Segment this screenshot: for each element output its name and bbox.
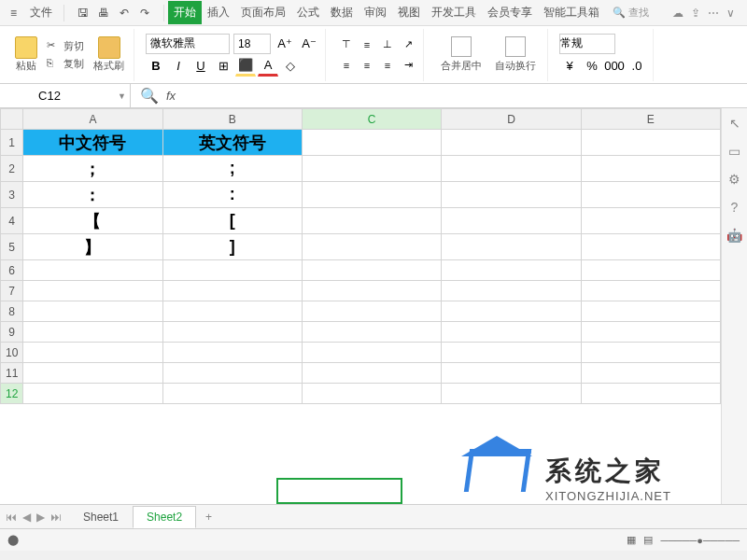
- indent-button[interactable]: ⇥: [399, 56, 417, 75]
- cell-D1[interactable]: [442, 130, 581, 156]
- print-icon[interactable]: 🖶: [96, 6, 111, 21]
- row-header-12[interactable]: 12: [1, 384, 23, 404]
- select-icon[interactable]: ▭: [728, 144, 740, 159]
- save-icon[interactable]: 🖫: [76, 6, 91, 21]
- font-name-select[interactable]: [146, 34, 230, 54]
- record-icon[interactable]: ⬤: [7, 534, 19, 546]
- hamburger-icon[interactable]: ≡: [5, 7, 22, 20]
- fx-icon[interactable]: fx: [166, 89, 176, 103]
- tab-formula[interactable]: 公式: [291, 1, 325, 24]
- grid[interactable]: A B C D E 1 中文符号 英文符号 2 ； ; 3 ： :: [0, 108, 721, 404]
- col-header-B[interactable]: B: [162, 109, 302, 130]
- bold-button[interactable]: B: [146, 56, 166, 77]
- row-header-7[interactable]: 7: [1, 281, 23, 301]
- align-middle-button[interactable]: ≡: [358, 35, 376, 54]
- wrap-text-button[interactable]: 自动换行: [489, 35, 542, 75]
- zoom-slider[interactable]: ─────●─────: [660, 535, 740, 546]
- cell-B2[interactable]: ;: [162, 156, 302, 182]
- cell-A2[interactable]: ；: [23, 156, 162, 182]
- file-menu[interactable]: 文件: [22, 5, 60, 21]
- cut-button[interactable]: ✂剪切: [43, 38, 88, 54]
- collapse-icon[interactable]: ∨: [726, 7, 735, 20]
- cell-B5[interactable]: ]: [162, 234, 302, 260]
- tab-layout[interactable]: 页面布局: [235, 1, 291, 24]
- clear-format-button[interactable]: ◇: [280, 56, 301, 77]
- tab-dev[interactable]: 开发工具: [426, 1, 482, 24]
- help-icon[interactable]: ?: [731, 200, 739, 215]
- more-icon[interactable]: ⋯: [708, 7, 719, 20]
- row-header-2[interactable]: 2: [1, 156, 23, 182]
- align-top-button[interactable]: ⊤: [337, 35, 356, 54]
- row-header-1[interactable]: 1: [1, 130, 23, 156]
- decrease-decimal-button[interactable]: .0: [627, 56, 647, 77]
- tab-view[interactable]: 视图: [392, 1, 426, 24]
- increase-font-button[interactable]: A⁺: [275, 34, 295, 54]
- col-header-E[interactable]: E: [581, 109, 720, 130]
- cursor-icon[interactable]: ↖: [729, 116, 740, 131]
- paste-button[interactable]: 粘贴: [11, 35, 41, 75]
- cell-A4[interactable]: 【: [23, 208, 162, 234]
- align-left-button[interactable]: ≡: [337, 56, 356, 75]
- thousands-button[interactable]: 000: [604, 56, 625, 77]
- tab-start[interactable]: 开始: [168, 1, 202, 24]
- row-header-5[interactable]: 5: [1, 234, 23, 260]
- formula-input[interactable]: [183, 89, 738, 103]
- col-header-D[interactable]: D: [442, 109, 581, 130]
- settings-icon[interactable]: ⚙: [728, 172, 740, 187]
- cell-E1[interactable]: [581, 130, 720, 156]
- select-all-corner[interactable]: [1, 109, 23, 130]
- name-box-input[interactable]: [7, 89, 92, 103]
- cloud-icon[interactable]: ☁: [672, 7, 684, 20]
- tab-tools[interactable]: 智能工具箱: [538, 1, 605, 24]
- row-header-9[interactable]: 9: [1, 322, 23, 343]
- col-header-C[interactable]: C: [302, 109, 441, 130]
- decrease-font-button[interactable]: A⁻: [299, 34, 319, 54]
- row-header-11[interactable]: 11: [1, 363, 23, 384]
- number-format-select[interactable]: [559, 34, 615, 54]
- align-right-button[interactable]: ≡: [378, 56, 397, 75]
- merge-cells-button[interactable]: 合并居中: [435, 35, 487, 75]
- italic-button[interactable]: I: [168, 56, 189, 77]
- border-button[interactable]: ⊞: [213, 56, 233, 77]
- next-sheet-icon[interactable]: ▶: [36, 511, 45, 524]
- first-sheet-icon[interactable]: ⏮: [6, 511, 17, 524]
- tab-data[interactable]: 数据: [325, 1, 359, 24]
- cell-B4[interactable]: [: [162, 208, 302, 234]
- robot-icon[interactable]: 🤖: [726, 228, 742, 243]
- align-bottom-button[interactable]: ⊥: [378, 35, 397, 54]
- fill-color-button[interactable]: ⬛: [235, 56, 256, 77]
- cell-A5[interactable]: 】: [23, 234, 162, 260]
- tab-member[interactable]: 会员专享: [482, 1, 538, 24]
- orientation-button[interactable]: ↗: [399, 35, 417, 54]
- row-header-8[interactable]: 8: [1, 301, 23, 322]
- align-center-button[interactable]: ≡: [358, 56, 376, 75]
- col-header-A[interactable]: A: [23, 109, 162, 130]
- view-normal-icon[interactable]: ▦: [627, 534, 636, 546]
- chevron-down-icon[interactable]: ▼: [118, 91, 126, 101]
- search-box[interactable]: 🔍 查找: [613, 6, 649, 20]
- sheet-tab-2[interactable]: Sheet2: [133, 506, 196, 528]
- row-header-3[interactable]: 3: [1, 182, 23, 208]
- tab-review[interactable]: 审阅: [359, 1, 392, 24]
- cell-B3[interactable]: :: [162, 182, 302, 208]
- currency-button[interactable]: ¥: [559, 56, 580, 77]
- font-size-select[interactable]: [233, 34, 271, 54]
- prev-sheet-icon[interactable]: ◀: [22, 511, 31, 524]
- sheet-tab-1[interactable]: Sheet1: [69, 506, 133, 528]
- search-icon[interactable]: 🔍: [140, 87, 159, 105]
- font-color-button[interactable]: A: [258, 56, 278, 77]
- name-box[interactable]: ▼: [0, 84, 131, 107]
- format-painter-button[interactable]: 格式刷: [90, 35, 128, 75]
- cell-A1[interactable]: 中文符号: [23, 130, 162, 156]
- cell-B1[interactable]: 英文符号: [162, 130, 302, 156]
- row-header-4[interactable]: 4: [1, 208, 23, 234]
- underline-button[interactable]: U: [190, 56, 211, 77]
- cell-A3[interactable]: ：: [23, 182, 162, 208]
- undo-icon[interactable]: ↶: [117, 6, 132, 21]
- tab-insert[interactable]: 插入: [202, 1, 235, 24]
- view-page-icon[interactable]: ▤: [643, 534, 653, 546]
- share-icon[interactable]: ⇪: [691, 7, 700, 20]
- cell-C12[interactable]: [302, 384, 441, 404]
- add-sheet-button[interactable]: +: [196, 507, 221, 527]
- redo-icon[interactable]: ↷: [137, 6, 152, 21]
